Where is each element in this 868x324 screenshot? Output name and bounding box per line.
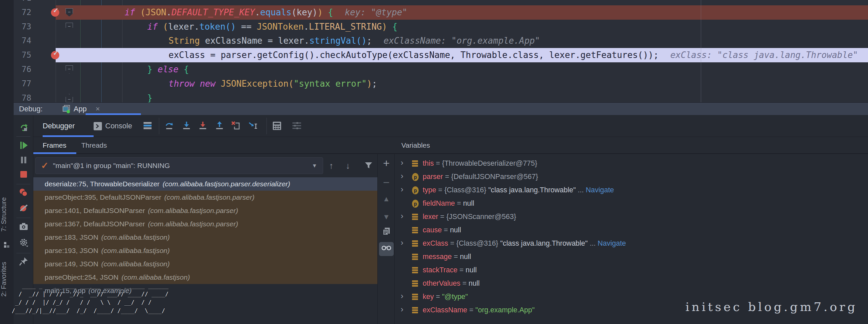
- variable-row[interactable]: cause = null: [395, 223, 868, 237]
- code-text[interactable]: if (JSON.DEFAULT_TYPE_KEY.equals(key)) {…: [125, 5, 407, 20]
- variable-row[interactable]: pfieldName = null: [395, 197, 868, 210]
- code-text[interactable]: }: [147, 91, 153, 103]
- stack-frame-row[interactable]: parseObject:395, DefaultJSONParser(com.a…: [33, 191, 377, 204]
- frame-package: (com.alibaba.fastjson): [101, 247, 169, 254]
- mute-breakpoints-button[interactable]: [19, 203, 29, 213]
- show-watches-toggle[interactable]: [379, 242, 394, 256]
- editor-line-72[interactable]: 72✓−if (JSON.DEFAULT_TYPE_KEY.equals(key…: [14, 5, 868, 20]
- variable-value: {Class@316}: [456, 239, 500, 247]
- variable-name-and-value: this = {ThrowableDeserializer@775}: [423, 157, 537, 170]
- remove-watch-button[interactable]: −: [378, 176, 395, 189]
- sidebar-item-structure[interactable]: 7: Structure: [0, 189, 14, 239]
- tab-debugger[interactable]: Debugger: [43, 115, 75, 137]
- frame-method: parse:149, JSON: [44, 260, 98, 268]
- code-text[interactable]: if (lexer.token() == JSONToken.LITERAL_S…: [147, 20, 397, 34]
- filter-frames-icon[interactable]: [364, 161, 373, 178]
- variable-row[interactable]: ›this = {ThrowableDeserializer@775}: [395, 157, 868, 170]
- code-text[interactable]: } else {: [147, 62, 189, 77]
- expand-chevron-icon[interactable]: ›: [401, 303, 403, 316]
- editor-line-77[interactable]: 77throw new JSONException("syntax error"…: [14, 77, 868, 91]
- code-text[interactable]: String exClassName = lexer.stringVal();e…: [168, 34, 540, 48]
- run-to-cursor-button[interactable]: [248, 121, 258, 131]
- variable-name-and-value: fieldName = null: [423, 197, 474, 210]
- rerun-button[interactable]: [19, 123, 29, 132]
- stack-frame-row[interactable]: parse:149, JSON(com.alibaba.fastjson): [33, 257, 377, 271]
- stack-frame-row[interactable]: parse:1401, DefaultJSONParser(com.alibab…: [33, 204, 377, 217]
- tab-console[interactable]: Console: [105, 115, 132, 137]
- resume-button[interactable]: [19, 140, 29, 150]
- debug-toolwindow-header: Debug: App ×: [14, 102, 868, 115]
- variable-row[interactable]: otherValues = null: [395, 277, 868, 290]
- code-text[interactable]: throw new JSONException("syntax error");: [168, 77, 377, 91]
- previous-frame-button[interactable]: ↑: [329, 157, 333, 174]
- editor-line-75[interactable]: 75✓exClass = parser.getConfig().checkAut…: [14, 48, 868, 62]
- next-frame-button[interactable]: ↓: [346, 157, 350, 174]
- thread-selector-dropdown[interactable]: ✓ "main"@1 in group "main": RUNNING ▾: [35, 157, 323, 174]
- line-number[interactable]: 73: [18, 20, 31, 34]
- layout-settings-icon[interactable]: [143, 121, 153, 131]
- editor-line-73[interactable]: 73−if (lexer.token() == JSONToken.LITERA…: [14, 20, 868, 34]
- copy-watch-icon[interactable]: [378, 227, 395, 236]
- step-into-button[interactable]: [182, 121, 191, 131]
- navigate-link[interactable]: Navigate: [597, 239, 626, 247]
- force-step-into-button[interactable]: [198, 121, 208, 131]
- move-watch-up-button[interactable]: ▲: [378, 195, 395, 203]
- fold-marker[interactable]: −: [66, 94, 73, 102]
- line-number[interactable]: 72: [18, 5, 31, 20]
- fold-marker[interactable]: −: [66, 65, 73, 73]
- stack-frame-row[interactable]: deserialze:75, ThrowableDeserializer(com…: [33, 177, 377, 191]
- fold-marker[interactable]: −: [66, 23, 73, 31]
- step-over-button[interactable]: [165, 121, 175, 131]
- view-breakpoints-button[interactable]: [19, 188, 29, 198]
- line-number[interactable]: 78: [18, 91, 31, 103]
- param-icon: p: [411, 173, 420, 181]
- new-watch-button[interactable]: +: [378, 157, 395, 170]
- line-number[interactable]: 77: [18, 77, 31, 91]
- variable-row[interactable]: ›exClass = {Class@316} "class java.lang.…: [395, 237, 868, 250]
- code-token: [135, 7, 140, 17]
- thread-dump-camera-button[interactable]: [19, 222, 29, 232]
- expand-chevron-icon[interactable]: ›: [401, 183, 403, 196]
- variable-value: null: [450, 226, 461, 234]
- step-out-button[interactable]: [215, 121, 224, 131]
- code-token: ==: [236, 22, 257, 32]
- variable-row[interactable]: ›lexer = {JSONScanner@563}: [395, 210, 868, 223]
- variable-row[interactable]: ›pparser = {DefaultJSONParser@567}: [395, 170, 868, 183]
- expand-chevron-icon[interactable]: ›: [401, 169, 403, 183]
- debug-session-tab[interactable]: App ×: [47, 103, 114, 115]
- code-editor[interactable]: 7172✓−if (JSON.DEFAULT_TYPE_KEY.equals(k…: [14, 0, 868, 102]
- stop-button[interactable]: [19, 169, 29, 179]
- stack-frame-row[interactable]: parse:193, JSON(com.alibaba.fastjson): [33, 244, 377, 257]
- expand-chevron-icon[interactable]: ›: [401, 289, 403, 303]
- stack-frame-row[interactable]: parse:183, JSON(com.alibaba.fastjson): [33, 231, 377, 244]
- move-watch-down-button[interactable]: ▼: [378, 213, 395, 221]
- variable-row[interactable]: stackTrace = null: [395, 263, 868, 277]
- variable-row[interactable]: message = null: [395, 250, 868, 263]
- navigate-link[interactable]: Navigate: [586, 186, 614, 194]
- pin-tab-button[interactable]: [19, 256, 29, 266]
- line-number[interactable]: 75: [18, 48, 31, 62]
- tab-frames[interactable]: Frames: [43, 137, 66, 154]
- editor-line-78[interactable]: 78−}: [14, 91, 868, 103]
- line-number[interactable]: 76: [18, 62, 31, 77]
- expand-chevron-icon[interactable]: ›: [401, 236, 403, 249]
- code-text[interactable]: exClass = parser.getConfig().checkAutoTy…: [168, 48, 858, 62]
- variable-row[interactable]: ›ptype = {Class@316} "class java.lang.Th…: [395, 183, 868, 197]
- stack-frame-row[interactable]: parse:1367, DefaultJSONParser(com.alibab…: [33, 217, 377, 231]
- evaluate-expression-button[interactable]: [272, 121, 282, 131]
- line-number[interactable]: 74: [18, 34, 31, 48]
- drop-frame-button[interactable]: [231, 121, 241, 131]
- expand-chevron-icon[interactable]: ›: [401, 156, 403, 169]
- code-token: JSONToken: [257, 22, 304, 32]
- editor-line-76[interactable]: 76−} else {: [14, 62, 868, 77]
- line-number[interactable]: 71: [18, 0, 31, 5]
- editor-line-71[interactable]: 71: [14, 0, 868, 5]
- pause-button[interactable]: [19, 155, 29, 165]
- tab-threads[interactable]: Threads: [81, 137, 107, 154]
- breakpoint-icon[interactable]: ✓: [51, 8, 59, 17]
- settings-gear-button[interactable]: [19, 238, 29, 248]
- breakpoint-icon[interactable]: ✓: [51, 51, 59, 59]
- view-options-icon[interactable]: [291, 121, 302, 131]
- editor-line-74[interactable]: 74String exClassName = lexer.stringVal()…: [14, 34, 868, 48]
- expand-chevron-icon[interactable]: ›: [401, 209, 403, 223]
